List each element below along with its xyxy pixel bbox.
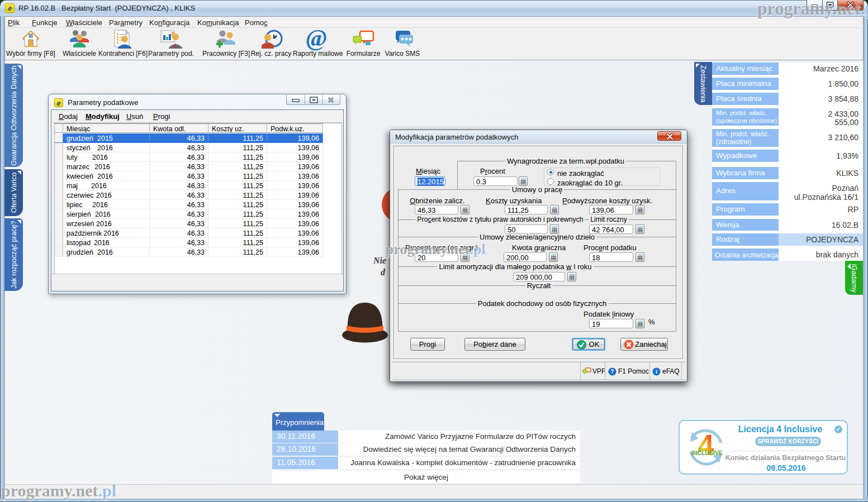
svg-text:e: e [8, 4, 12, 12]
svg-text:INCLUSIVE: INCLUSIVE [691, 450, 723, 456]
svg-text:i: i [656, 369, 657, 375]
svg-text:4: 4 [698, 429, 714, 461]
svg-text:?: ? [610, 369, 614, 375]
svg-text:e: e [57, 99, 60, 107]
